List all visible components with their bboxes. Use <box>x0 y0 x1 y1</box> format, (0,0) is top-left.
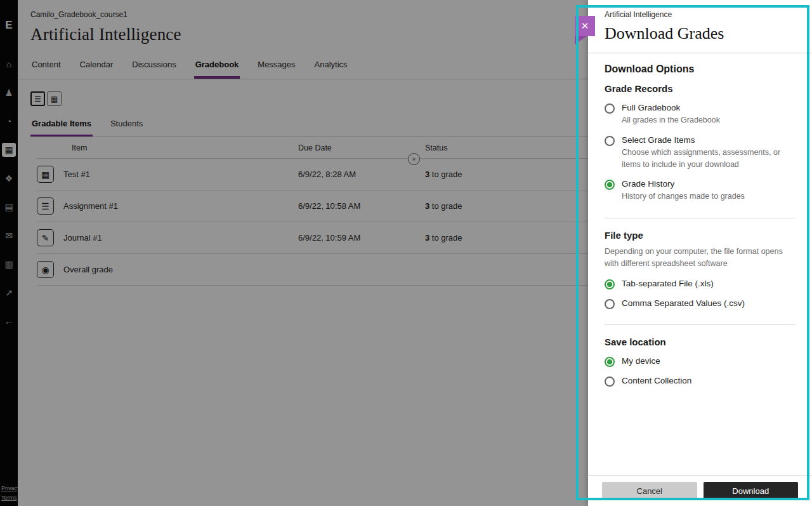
section-divider <box>605 218 796 218</box>
radio-icon <box>605 136 615 146</box>
radio-option-full-gradebook[interactable]: Full Gradebook All grades in the Gradebo… <box>605 103 796 126</box>
radio-option-grade-history[interactable]: Grade History History of changes made to… <box>605 179 796 203</box>
option-label: Comma Separated Values (.csv) <box>622 298 745 308</box>
radio-icon <box>605 103 615 114</box>
panel-title: Download Grades <box>605 24 796 43</box>
modal-dim-overlay <box>0 0 588 506</box>
radio-option-my-device[interactable]: My device <box>605 356 796 367</box>
panel-course-context: Artificial Intelligence <box>605 10 796 19</box>
radio-icon <box>605 279 615 290</box>
download-button[interactable]: Download <box>704 482 799 500</box>
option-description: History of changes made to grades <box>622 190 745 203</box>
close-panel-button[interactable]: ✕ <box>575 16 595 36</box>
option-text: Grade History History of changes made to… <box>622 179 745 203</box>
option-text: Comma Separated Values (.csv) <box>622 298 745 308</box>
panel-header: Artificial Intelligence Download Grades <box>588 0 812 53</box>
radio-option-content-collection[interactable]: Content Collection <box>605 376 796 387</box>
option-label: Full Gradebook <box>622 103 720 112</box>
radio-icon <box>605 357 615 367</box>
section-divider <box>605 324 796 325</box>
radio-option-tab-separated[interactable]: Tab-separated File (.xls) <box>605 279 796 290</box>
radio-icon <box>605 299 615 309</box>
option-description: All grades in the Gradebook <box>622 114 720 126</box>
option-label: My device <box>622 356 660 366</box>
option-description: Choose which assignments, assessments, o… <box>622 147 796 171</box>
download-options-heading: Download Options <box>605 63 796 75</box>
option-label: Content Collection <box>622 376 691 385</box>
radio-icon <box>605 376 615 387</box>
radio-option-comma-separated[interactable]: Comma Separated Values (.csv) <box>605 298 796 309</box>
grade-records-heading: Grade Records <box>605 83 796 94</box>
option-text: Tab-separated File (.xls) <box>622 279 714 288</box>
download-grades-panel: Artificial Intelligence Download Grades … <box>588 0 812 506</box>
option-label: Tab-separated File (.xls) <box>622 279 714 288</box>
file-type-heading: File type <box>605 230 796 241</box>
cancel-button[interactable]: Cancel <box>602 482 697 500</box>
option-text: Select Grade Items Choose which assignme… <box>622 135 796 171</box>
panel-body: Download Options Grade Records Full Grad… <box>588 53 812 475</box>
option-label: Select Grade Items <box>622 135 796 145</box>
close-icon: ✕ <box>581 20 589 32</box>
radio-icon <box>605 180 615 190</box>
panel-footer: Cancel Download <box>588 475 812 506</box>
file-type-description: Depending on your computer, the file for… <box>605 246 796 270</box>
radio-option-select-grade-items[interactable]: Select Grade Items Choose which assignme… <box>605 135 796 171</box>
option-text: Content Collection <box>622 376 691 385</box>
option-text: My device <box>622 356 660 366</box>
option-text: Full Gradebook All grades in the Gradebo… <box>622 103 720 126</box>
save-location-heading: Save location <box>605 336 796 347</box>
option-label: Grade History <box>622 179 745 189</box>
